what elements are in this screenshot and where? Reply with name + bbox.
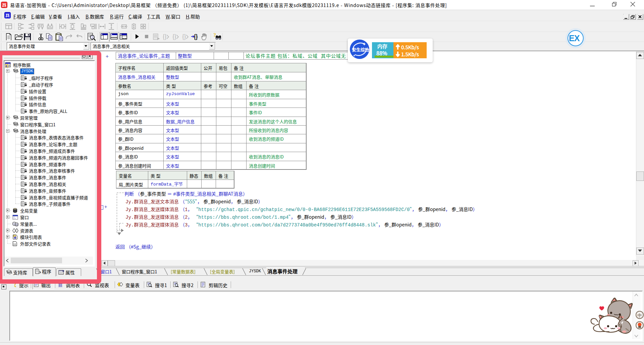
svg-text:EX: EX [569,33,580,43]
svg-text:{}: {} [182,33,186,41]
svg-text:{}: {} [172,33,176,41]
svg-text:?: ? [213,32,216,38]
svg-text:{}: {} [163,33,167,41]
svg-text:安生综合: 安生综合 [352,46,370,53]
svg-text:{}: {} [194,33,198,41]
svg-text:0.5Kb/s: 0.5Kb/s [401,44,419,51]
svg-text:1.5Kb/s: 1.5Kb/s [401,51,419,58]
svg-text:中: 中 [637,312,642,318]
